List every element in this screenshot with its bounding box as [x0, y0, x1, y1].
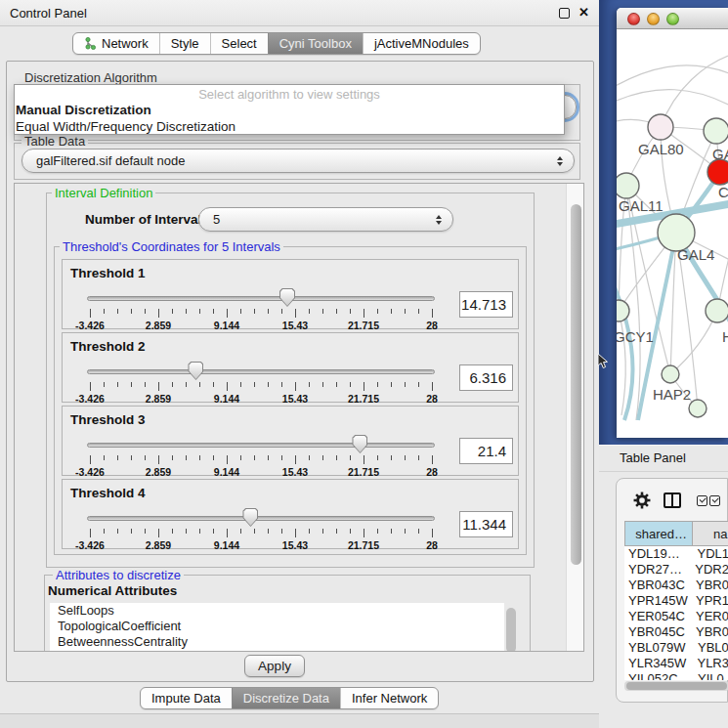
threshold-value-field[interactable]: 14.713 [459, 291, 513, 318]
node-h[interactable] [706, 299, 728, 322]
algorithm-option-equal-width[interactable]: Equal Width/Frequency Discretization [16, 119, 236, 134]
threshold-label: Threshold 1 [70, 266, 146, 280]
split-panel-icon[interactable] [664, 492, 681, 508]
list-item[interactable]: SelfLoops [50, 603, 504, 619]
node-label: GAL11 [619, 197, 664, 214]
network-canvas[interactable]: GAL80 GA C GAL11 GAL4 GCY1 H HAP2 [617, 29, 728, 438]
table-row[interactable]: YIL052CYIL0 [624, 671, 728, 680]
minimize-traffic-light[interactable] [647, 13, 660, 25]
settings-scroll-panel: Interval Definition Number of Intervals … [14, 183, 584, 652]
table-row[interactable]: YLR345WYLR3 [624, 656, 728, 671]
slider-track[interactable] [87, 516, 435, 521]
node-red-selected[interactable] [707, 159, 728, 185]
node-label: GAL80 [638, 141, 684, 157]
list-item[interactable]: BetweennessCentrality [50, 634, 504, 650]
threshold-value-field[interactable]: 21.4 [459, 438, 513, 464]
algorithm-option-manual[interactable]: Manual Discretization [16, 103, 151, 117]
table-row[interactable]: YBR045CYBR0 [624, 624, 728, 640]
threshold-slider-3[interactable]: -3.4262.8599.14415.4321.71528 [87, 434, 435, 475]
numerical-attributes-list[interactable]: SelfLoops TopologicalCoefficient Between… [50, 603, 504, 652]
horizontal-scrollbar-thumb[interactable] [626, 682, 727, 690]
network-window-titlebar[interactable] [617, 8, 728, 29]
tab-jactivemnodules[interactable]: jActiveMNodules [363, 33, 480, 54]
table-data-group-title: Table Data [21, 134, 88, 149]
tab-impute-data[interactable]: Impute Data [141, 688, 232, 708]
slider-thumb[interactable] [242, 508, 258, 527]
thresholds-group-title: Threshold's Coordinates for 5 Intervals [60, 239, 283, 254]
node-top-right[interactable] [704, 118, 728, 144]
apply-button[interactable]: Apply [244, 655, 305, 677]
tab-style[interactable]: Style [159, 33, 210, 54]
close-icon[interactable]: ✕ [578, 5, 589, 20]
mouse-cursor [597, 353, 610, 370]
node-label: GA [712, 146, 728, 162]
threshold-panel-3: Threshold 3 -3.4262.8599.14415.4321.7152… [62, 406, 519, 476]
threshold-slider-1[interactable]: -3.4262.8599.14415.4321.71528 [87, 287, 435, 328]
table-row[interactable]: YER054CYER0 [624, 609, 728, 624]
table-row[interactable]: YBR043CYBR0 [624, 578, 728, 593]
tab-discretize-data[interactable]: Discretize Data [232, 688, 340, 708]
column-header-shared-name[interactable]: shared… [624, 521, 693, 546]
threshold-slider-2[interactable]: -3.4262.8599.14415.4321.71528 [87, 361, 435, 402]
threshold-slider-4[interactable]: -3.4262.8599.14415.4321.71528 [87, 507, 435, 548]
horizontal-scrollbar[interactable] [624, 681, 728, 691]
slider-ticks [90, 529, 432, 537]
threshold-panel-4: Threshold 4 -3.4262.8599.14415.4321.7152… [62, 479, 519, 549]
discretization-algorithm-group-title: Discretization Algorithm [21, 70, 160, 85]
zoom-traffic-light[interactable] [666, 13, 679, 25]
number-of-intervals-value: 5 [213, 212, 220, 227]
slider-thumb[interactable] [188, 362, 203, 380]
threshold-panel-2: Threshold 2 -3.4262.8599.14415.4321.7152… [62, 332, 519, 403]
node-table-rows[interactable]: YDL19…YDL1 YDR27…YDR2 YBR043CYBR0 YPR145… [624, 546, 728, 680]
vertical-scrollbar[interactable] [566, 184, 584, 651]
tab-label: jActiveMNodules [374, 36, 469, 51]
slider-track[interactable] [87, 296, 435, 301]
select-all-icon[interactable] [709, 495, 720, 506]
network-icon [84, 37, 97, 50]
number-of-intervals-combobox[interactable]: 5 [198, 207, 453, 232]
close-traffic-light[interactable] [627, 13, 640, 25]
table-row[interactable]: YBL079WYBL0 [624, 640, 728, 656]
node-gal80[interactable] [648, 114, 673, 140]
tab-infer-network[interactable]: Infer Network [340, 688, 438, 708]
threshold-label: Threshold 4 [70, 486, 146, 500]
table-panel-title: Table Panel [620, 450, 686, 465]
list-scrollbar-thumb[interactable] [506, 608, 516, 652]
table-row[interactable]: YDL19…YDL1 [624, 546, 728, 562]
table-row[interactable]: YDR27…YDR2 [624, 562, 728, 578]
table-data-combobox[interactable]: galFiltered.sif default node [21, 149, 575, 173]
float-window-icon[interactable] [559, 8, 570, 19]
slider-tick-labels: -3.4262.8599.14415.4321.71528 [90, 539, 432, 551]
table-data-selected-value: galFiltered.sif default node [36, 153, 185, 168]
control-panel-tabs: Network Style Select Cyni Toolbox jActiv… [72, 32, 481, 55]
tab-select[interactable]: Select [210, 33, 268, 54]
vertical-scrollbar-thumb[interactable] [571, 204, 581, 565]
slider-ticks [90, 455, 432, 464]
slider-tick-labels: -3.4262.8599.14415.4321.71528 [90, 466, 432, 478]
node-label: H [722, 328, 728, 345]
screen: { "window": { "title": "Control Panel" }… [0, 0, 728, 728]
list-item[interactable]: TopologicalCoefficient [50, 619, 504, 634]
select-columns-icon[interactable] [697, 495, 707, 506]
attributes-group-title: Attributes to discretize [53, 568, 184, 582]
slider-thumb[interactable] [352, 435, 367, 453]
node-table-panel: shared… na YDL19…YDL1 YDR27…YDR2 YBR043C… [616, 478, 728, 703]
gear-icon[interactable] [633, 492, 651, 509]
threshold-value-field[interactable]: 6.316 [459, 364, 513, 391]
node-hap2[interactable] [662, 365, 679, 383]
node-gal11[interactable] [617, 173, 639, 198]
slider-thumb[interactable] [279, 288, 295, 307]
table-row[interactable]: YPR145WYPR1 [624, 593, 728, 609]
control-panel-titlebar: Control Panel ✕ [0, 0, 599, 26]
network-view-window: GAL80 GA C GAL11 GAL4 GCY1 H HAP2 [617, 8, 728, 438]
node-label: HAP2 [653, 386, 691, 403]
tab-label: Impute Data [151, 691, 221, 706]
algorithm-popup-hint: Select algorithm to view settings [15, 87, 564, 102]
slider-track[interactable] [87, 443, 435, 448]
node-bottom[interactable] [689, 400, 707, 417]
column-header-name[interactable]: na [693, 521, 728, 546]
threshold-value-field[interactable]: 11.344 [459, 511, 513, 537]
tab-cyni-toolbox[interactable]: Cyni Toolbox [268, 33, 363, 54]
tab-network[interactable]: Network [73, 33, 159, 54]
slider-track[interactable] [87, 369, 435, 374]
